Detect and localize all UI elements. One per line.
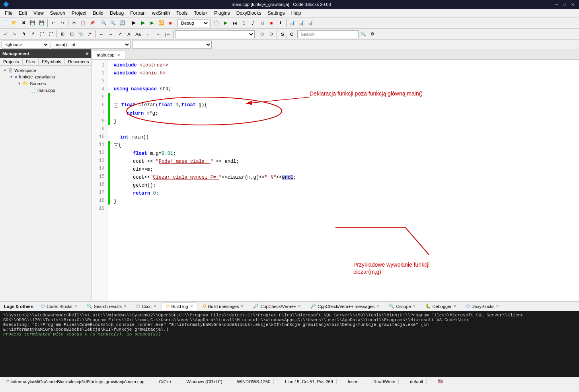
tb2-indent[interactable]: →| bbox=[154, 30, 163, 39]
collapse-icon[interactable]: − bbox=[114, 103, 118, 108]
nav-dropdown[interactable] bbox=[175, 30, 255, 38]
code-editor[interactable]: 1 2 3 4 5 6 7 8 9 10 11 12 13 14 15 16 1 bbox=[92, 60, 579, 301]
tb2-c[interactable]: C bbox=[287, 30, 296, 39]
tb-dbg2[interactable]: 📊 bbox=[297, 19, 306, 27]
tb-dbg3[interactable]: 📊 bbox=[306, 19, 315, 27]
close-button[interactable]: ✕ bbox=[569, 1, 576, 8]
tb-save-all[interactable]: 💾 bbox=[37, 19, 46, 27]
menu-build[interactable]: Build bbox=[90, 10, 107, 17]
menu-doxyblocks[interactable]: DoxyBlocks bbox=[233, 10, 265, 17]
tab-resources[interactable]: Resources bbox=[65, 58, 93, 65]
close-buildlog-tab[interactable]: ✕ bbox=[190, 304, 193, 308]
tb-debug-step[interactable]: ⤵ bbox=[240, 19, 248, 27]
bottom-log-content[interactable]: \\System32\\WindowsPowerShell\\v1.0;C:\\… bbox=[0, 311, 579, 377]
tb2-search-opt[interactable]: ⚙ bbox=[368, 30, 377, 39]
tb2-3[interactable]: ↰ bbox=[19, 30, 28, 39]
bottom-tab-cppcheck[interactable]: 🔎 CppCheck/Vera++ ✕ bbox=[249, 302, 305, 310]
collapse-icon-2[interactable]: − bbox=[114, 143, 118, 148]
tb-compile[interactable]: ▶ bbox=[129, 19, 138, 27]
tb-d1[interactable]: 📋 bbox=[212, 19, 221, 27]
menu-tools-plus[interactable]: Tools+ bbox=[191, 10, 211, 17]
close-cppcheck-tab[interactable]: ✕ bbox=[298, 304, 301, 308]
tb-open[interactable]: 📂 bbox=[10, 19, 19, 27]
tb2-4[interactable]: ↱ bbox=[28, 30, 37, 39]
management-close[interactable]: ✕ bbox=[85, 51, 89, 57]
tb2-dot[interactable]: · bbox=[143, 30, 152, 39]
menu-settings[interactable]: Settings bbox=[264, 10, 288, 17]
menu-fortran[interactable]: Fortran bbox=[127, 10, 149, 17]
minimize-button[interactable]: ─ bbox=[554, 1, 560, 8]
tree-sources[interactable]: ▼ 📁 Sources bbox=[2, 80, 90, 87]
menu-debug[interactable]: Debug bbox=[107, 10, 127, 17]
tb-debug-info[interactable]: ℹ bbox=[276, 19, 285, 27]
tb2-s[interactable]: S bbox=[278, 30, 287, 39]
tb-debug-pause[interactable]: ⏸ bbox=[258, 19, 267, 27]
tb-debug-stop[interactable]: ■ bbox=[267, 19, 276, 27]
bottom-tab-codeblocks[interactable]: ⬡ Code::Blocks ✕ bbox=[37, 302, 82, 310]
tb2-nav-back[interactable]: ← bbox=[97, 30, 106, 39]
tb-replace[interactable]: 🔄 bbox=[118, 19, 127, 27]
tb-undo[interactable]: ↩ bbox=[49, 19, 58, 27]
tb2-match[interactable]: A bbox=[125, 30, 133, 39]
menu-wxsmith[interactable]: wxSmith bbox=[149, 10, 173, 17]
bottom-tab-debugger[interactable]: 🐛 Debugger ✕ bbox=[421, 302, 461, 310]
bottom-tab-buildlog[interactable]: ⚙ Build log ✕ bbox=[162, 302, 197, 310]
extra-context-dropdown[interactable] bbox=[132, 41, 212, 49]
tb2-6[interactable]: ⛶ bbox=[47, 30, 55, 39]
search-toolbar-input[interactable] bbox=[299, 30, 359, 38]
menu-view[interactable]: View bbox=[30, 10, 47, 17]
tb2-8[interactable]: ⊟ bbox=[67, 30, 76, 39]
tb-cut[interactable]: ✂ bbox=[70, 19, 78, 27]
bottom-tab-cscope[interactable]: 🔍 Cscope ✕ bbox=[384, 302, 420, 310]
tb2-5[interactable]: ⛶ bbox=[37, 30, 46, 39]
tb-save[interactable]: 💾 bbox=[28, 19, 37, 27]
tb-run[interactable]: ▶ bbox=[138, 19, 147, 27]
bottom-tab-search[interactable]: 🔍 Search results ✕ bbox=[82, 302, 131, 310]
tb-copy[interactable]: 📋 bbox=[79, 19, 88, 27]
tb2-2[interactable]: ⤷ bbox=[10, 30, 19, 39]
tb-paste[interactable]: 📌 bbox=[88, 19, 97, 27]
tb-build-run[interactable]: ▶ bbox=[148, 19, 156, 27]
tree-project[interactable]: ▼ ■ funkcje_grawitacja bbox=[2, 74, 90, 80]
tb2-zoom-in[interactable]: ⊕ bbox=[257, 30, 266, 39]
close-cppcheck-msg-tab[interactable]: ✕ bbox=[376, 304, 379, 308]
close-cccc-tab[interactable]: ✕ bbox=[153, 304, 156, 308]
tb-stop[interactable]: ■ bbox=[166, 19, 175, 27]
tree-workspace[interactable]: ▼ 🗄 Workspace bbox=[2, 67, 90, 74]
tb2-1[interactable]: ⤶ bbox=[1, 30, 10, 39]
tb-new[interactable]: 📄 bbox=[1, 19, 10, 27]
tab-fsymbols[interactable]: FSymbols bbox=[39, 58, 65, 65]
menu-help[interactable]: Help bbox=[288, 10, 304, 17]
tb-redo[interactable]: ↪ bbox=[58, 19, 67, 27]
bottom-tab-cccc[interactable]: ⬡ Cccc ✕ bbox=[132, 302, 160, 310]
tb2-unindent[interactable]: |← bbox=[164, 30, 172, 39]
tab-files[interactable]: Files bbox=[23, 58, 39, 65]
close-doxyblocks-tab[interactable]: ✕ bbox=[496, 304, 499, 308]
menu-file[interactable]: File bbox=[2, 10, 16, 17]
menu-plugins[interactable]: Plugins bbox=[211, 10, 233, 17]
bottom-tab-cppcheck-msg[interactable]: 🔎 CppCheck/Vera++ messages ✕ bbox=[306, 302, 384, 310]
tb2-7[interactable]: ⊞ bbox=[58, 30, 67, 39]
close-debugger-tab[interactable]: ✕ bbox=[453, 304, 456, 308]
tb-dbg1[interactable]: 📊 bbox=[288, 19, 296, 27]
close-search-tab[interactable]: ✕ bbox=[123, 304, 127, 308]
tb-close[interactable]: ✖ bbox=[19, 19, 28, 27]
tb-debug-run[interactable]: ▶ bbox=[221, 19, 230, 27]
editor-tab-main-cpp[interactable]: main.cpp ✕ bbox=[92, 51, 125, 59]
bottom-tab-doxyblocks[interactable]: ⬡ DoxyBlocks ✕ bbox=[462, 302, 503, 310]
tb-find[interactable]: 🔍 bbox=[99, 19, 108, 27]
tab-close-icon[interactable]: ✕ bbox=[117, 53, 120, 57]
tree-main-cpp[interactable]: 📄 main.cpp bbox=[2, 87, 90, 94]
tb-debug-next[interactable]: ⏭ bbox=[230, 19, 239, 27]
tb-find-next[interactable]: 🔍 bbox=[109, 19, 117, 27]
close-codeblocks-tab[interactable]: ✕ bbox=[74, 304, 77, 308]
close-cscope-tab[interactable]: ✕ bbox=[413, 304, 416, 308]
debug-mode-dropdown[interactable]: Debug Release bbox=[177, 19, 209, 27]
function-context-dropdown[interactable]: main() : int bbox=[51, 41, 131, 49]
tb2-9[interactable]: 📎 bbox=[76, 30, 85, 39]
close-buildmsg-tab[interactable]: ✕ bbox=[240, 304, 244, 308]
bottom-tab-buildmsg[interactable]: ⚙ Build messages ✕ bbox=[198, 302, 248, 310]
tb2-search-go[interactable]: 🔍 bbox=[359, 30, 368, 39]
tab-projects[interactable]: Projects bbox=[0, 58, 23, 65]
tb2-case[interactable]: Aa bbox=[134, 30, 142, 39]
